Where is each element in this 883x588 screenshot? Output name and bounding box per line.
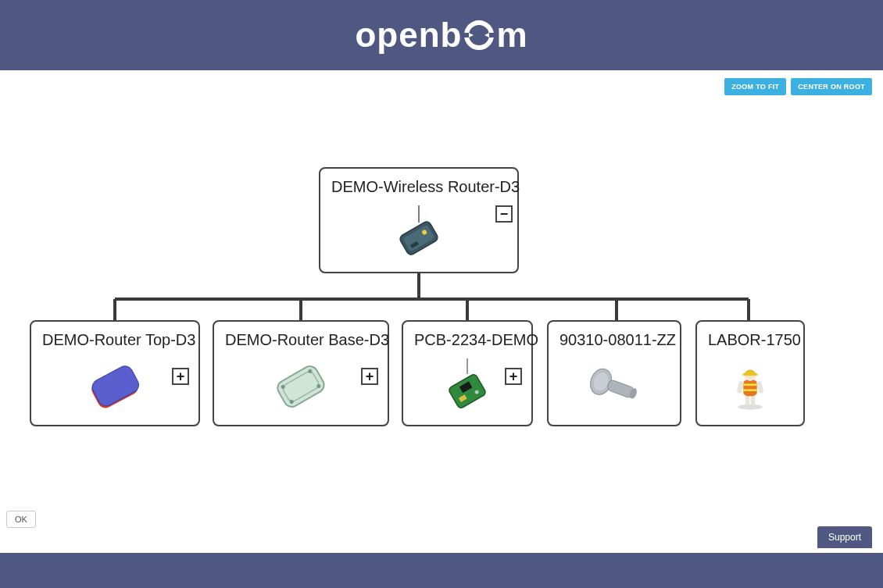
svg-rect-36 [743, 389, 757, 391]
support-button[interactable]: Support [817, 526, 872, 548]
router-device-icon [388, 205, 450, 260]
tree-connectors [0, 70, 883, 553]
svg-rect-38 [756, 380, 763, 394]
diagram-canvas[interactable]: ZOOM TO FIT CENTER ON ROOT DEMO-Wireless… [0, 70, 883, 553]
svg-rect-23 [448, 373, 487, 409]
brand-target-icon [463, 20, 495, 51]
tree-node-root[interactable]: DEMO-Wireless Router-D3 − [319, 167, 519, 273]
ok-button[interactable]: OK [6, 511, 36, 528]
footer-band [0, 553, 883, 588]
svg-rect-15 [90, 363, 141, 408]
svg-rect-1 [463, 33, 495, 37]
brand-logo: openb m [355, 16, 527, 55]
svg-point-31 [738, 404, 763, 409]
tree-node-child-4[interactable]: LABOR-1750 [695, 320, 805, 426]
node-title: PCB-2234-DEMO [414, 331, 524, 349]
tree-node-child-1[interactable]: DEMO-Router Base-D3 + [213, 320, 389, 426]
svg-rect-34 [743, 380, 757, 396]
tree-node-child-3[interactable]: 90310-08011-ZZ [547, 320, 681, 426]
tree-node-child-0[interactable]: DEMO-Router Top-D3 + [30, 320, 200, 426]
worker-icon [719, 358, 781, 413]
app-header: openb m [0, 0, 883, 70]
view-toolbar: ZOOM TO FIT CENTER ON ROOT [724, 78, 872, 95]
top-cover-icon [84, 358, 146, 413]
brand-text-part2: m [496, 16, 527, 55]
tree-node-child-2[interactable]: PCB-2234-DEMO + [402, 320, 533, 426]
svg-rect-40 [742, 373, 757, 376]
base-shell-icon [270, 358, 332, 413]
expand-toggle[interactable]: + [505, 368, 522, 385]
node-title: LABOR-1750 [708, 331, 795, 349]
node-title: DEMO-Router Top-D3 [42, 331, 191, 349]
pcb-board-icon [436, 358, 499, 413]
expand-toggle[interactable]: + [172, 368, 189, 385]
expand-toggle[interactable]: + [361, 368, 378, 385]
node-title: DEMO-Wireless Router-D3 [331, 178, 509, 196]
svg-rect-35 [743, 383, 757, 386]
svg-rect-37 [737, 380, 744, 394]
collapse-toggle[interactable]: − [495, 205, 513, 223]
zoom-to-fit-button[interactable]: ZOOM TO FIT [724, 78, 786, 95]
screw-icon [583, 358, 645, 413]
brand-text-part1: openb [355, 16, 462, 55]
center-on-root-button[interactable]: CENTER ON ROOT [791, 78, 872, 95]
node-title: 90310-08011-ZZ [559, 331, 672, 349]
node-title: DEMO-Router Base-D3 [225, 331, 380, 349]
